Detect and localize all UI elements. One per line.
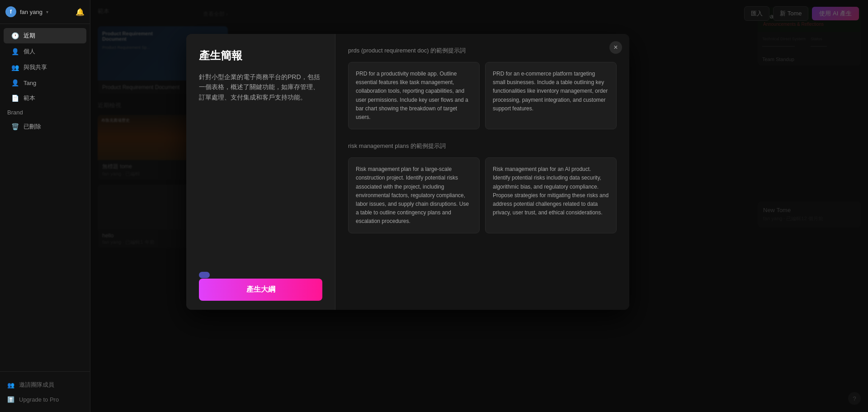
sidebar-item-shared[interactable]: 👥 與我共享	[4, 60, 86, 75]
risk-example-card-2[interactable]: Risk management plan for an AI product. …	[485, 157, 617, 233]
risk-examples-grid: Risk management plan for a large-scale c…	[348, 157, 617, 233]
trash-icon: 🗑️	[11, 123, 19, 130]
people-icon: 👥	[11, 64, 19, 71]
invite-label: 邀請團隊成員	[19, 381, 54, 389]
chevron-down-icon: ▾	[46, 9, 48, 14]
bell-icon[interactable]: 🔔	[75, 8, 85, 16]
avatar: f	[5, 6, 16, 17]
sidebar-item-label-recent: 近期	[24, 32, 35, 40]
person-icon: 👤	[11, 48, 19, 55]
prd-example-card-1[interactable]: PRD for a productivity mobile app. Outli…	[348, 62, 480, 129]
invite-members-item[interactable]: 👥 邀請團隊成員	[0, 377, 90, 393]
sidebar-header: f fan yang ▾ 🔔	[0, 0, 90, 24]
risk-section-title: risk management plans 的範例提示詞	[348, 142, 617, 150]
sidebar-item-label-brand: Brand	[7, 109, 23, 116]
sidebar-item-recent[interactable]: 🕐 近期	[4, 28, 86, 43]
modal-input-area	[199, 272, 322, 278]
modal-description: 針對小型企業的電子商務平台的PRD，包括一個表格，概述了關鍵功能，如庫存管理、訂…	[199, 72, 322, 295]
invite-icon: 👥	[7, 382, 14, 388]
upgrade-item[interactable]: ⬆️ Upgrade to Pro	[0, 393, 90, 407]
sidebar-item-label-tang: Tang	[24, 80, 36, 86]
sidebar-footer: 👥 邀請團隊成員 ⬆️ Upgrade to Pro	[0, 371, 90, 412]
sidebar-item-label-personal: 個人	[24, 47, 35, 56]
doc-icon: 📄	[11, 95, 19, 102]
sidebar-item-label-shared: 與我共享	[24, 63, 47, 71]
clock-icon: 🕐	[11, 32, 19, 39]
upgrade-icon: ⬆️	[7, 396, 14, 403]
sidebar-item-label-deleted: 已刪除	[24, 123, 41, 131]
sidebar: f fan yang ▾ 🔔 🕐 近期 👤 個人 👥 與我共享 👤 Tang 📄…	[0, 0, 90, 412]
sidebar-nav: 🕐 近期 👤 個人 👥 與我共享 👤 Tang 📄 範本 Brand 🗑️ 已刪…	[0, 24, 90, 371]
user-name: fan yang	[20, 9, 42, 15]
tang-icon: 👤	[11, 79, 19, 86]
main-content: 匯入 新 Tome 使用 AI 產生 範本 查看全部 › Product Req…	[90, 0, 868, 412]
user-info[interactable]: f fan yang ▾	[5, 6, 48, 17]
modal-title: 產生簡報	[199, 48, 322, 63]
sidebar-item-brand[interactable]: Brand	[0, 106, 90, 118]
sidebar-item-deleted[interactable]: 🗑️ 已刪除	[4, 119, 86, 134]
sidebar-item-tang[interactable]: 👤 Tang	[4, 76, 86, 90]
prd-examples-grid: PRD for a productivity mobile app. Outli…	[348, 62, 617, 129]
generate-outline-button[interactable]: 產生大綱	[199, 279, 322, 301]
modal-left-panel: 產生簡報 針對小型企業的電子商務平台的PRD，包括一個表格，概述了關鍵功能，如庫…	[186, 34, 335, 310]
sidebar-item-label-drafts: 範本	[24, 94, 35, 102]
generate-modal: 產生簡報 針對小型企業的電子商務平台的PRD，包括一個表格，概述了關鍵功能，如庫…	[186, 34, 629, 310]
close-modal-button[interactable]: ×	[609, 41, 622, 54]
sidebar-item-personal[interactable]: 👤 個人	[4, 44, 86, 59]
upgrade-label: Upgrade to Pro	[19, 396, 59, 403]
risk-example-card-1[interactable]: Risk management plan for a large-scale c…	[348, 157, 480, 233]
prd-example-card-2[interactable]: PRD for an e-commerce platform targeting…	[485, 62, 617, 129]
input-cursor-dot	[199, 272, 210, 278]
modal-right-panel: × prds (product requirement doc) 的範例提示詞 …	[335, 34, 629, 310]
prd-section-title: prds (product requirement doc) 的範例提示詞	[348, 47, 617, 55]
sidebar-item-drafts[interactable]: 📄 範本	[4, 90, 86, 106]
modal-overlay[interactable]: 產生簡報 針對小型企業的電子商務平台的PRD，包括一個表格，概述了關鍵功能，如庫…	[90, 0, 868, 412]
